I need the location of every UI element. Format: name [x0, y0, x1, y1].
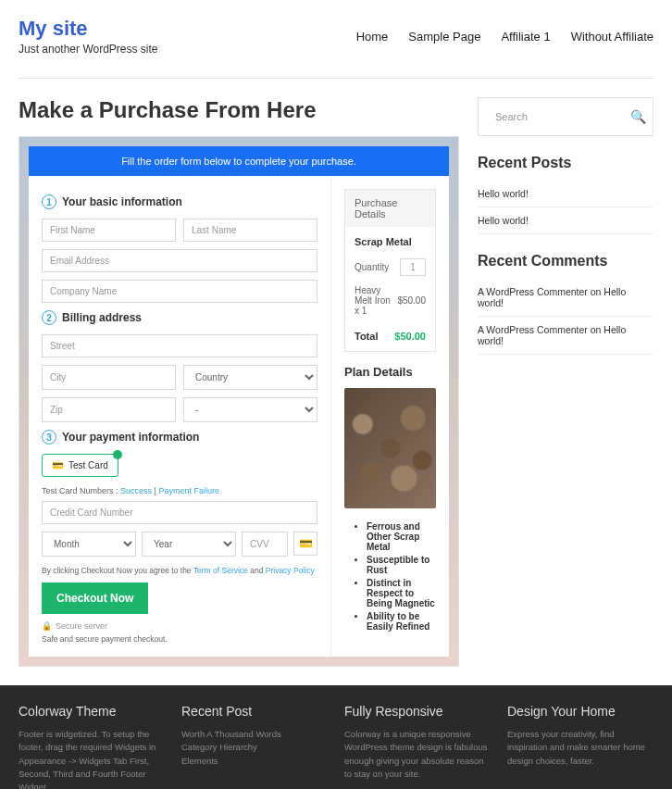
main-content: Make a Purchase From Here Fill the order…	[19, 97, 459, 667]
purchase-details-box: Purchase Details Scrap Metal Quantity He…	[344, 189, 436, 352]
recent-comment-link[interactable]: A WordPress Commenter on Hello world!	[478, 286, 626, 308]
plan-bullet: Susceptible to Rust	[367, 555, 436, 575]
total-amount: $50.00	[394, 331, 426, 342]
last-name-input[interactable]	[183, 219, 317, 242]
line-item-price: $50.00	[397, 295, 426, 306]
street-input[interactable]	[42, 334, 317, 357]
nav-home[interactable]: Home	[356, 30, 389, 44]
nav-without-affiliate[interactable]: Without Affiliate	[571, 30, 653, 44]
footer-col-4: Design Your Home Express your creativity…	[507, 704, 653, 789]
footer-col-1: Colorway Theme Footer is widgetized. To …	[19, 704, 165, 789]
section-basic-info: 1Your basic information	[42, 194, 317, 209]
section-billing: 2Billing address	[42, 310, 317, 325]
tcn-failure-link[interactable]: Payment Failure	[158, 486, 219, 495]
lock-icon: 🔒	[42, 621, 52, 631]
search-box: 🔍	[478, 97, 653, 136]
cc-month-select[interactable]: Month	[42, 532, 136, 557]
test-card-badge[interactable]: 💳 Test Card	[42, 454, 118, 477]
tcn-success-link[interactable]: Success	[120, 486, 152, 495]
total-label: Total	[355, 331, 378, 342]
card-icon: 💳	[52, 460, 63, 470]
banner: Fill the order form below to complete yo…	[29, 146, 449, 176]
state-select[interactable]: -	[183, 397, 317, 422]
form-left: 1Your basic information 2Billing address…	[29, 176, 331, 657]
form-right: Purchase Details Scrap Metal Quantity He…	[331, 176, 449, 657]
cc-year-select[interactable]: Year	[142, 532, 236, 557]
nav: Home Sample Page Affiliate 1 Without Aff…	[356, 30, 653, 44]
recent-comments-header: Recent Comments	[478, 253, 653, 269]
country-select[interactable]: Country	[183, 365, 317, 390]
plan-image	[344, 388, 436, 508]
site-title[interactable]: My site	[19, 17, 158, 41]
header: My site Just another WordPress site Home…	[0, 0, 672, 69]
quantity-input[interactable]	[400, 258, 426, 276]
nav-affiliate-1[interactable]: Affiliate 1	[501, 30, 550, 44]
test-card-numbers: Test Card Numbers : Success | Payment Fa…	[42, 486, 317, 495]
zip-input[interactable]	[42, 397, 176, 422]
qty-label: Quantity	[355, 262, 389, 272]
checkout-button[interactable]: Checkout Now	[42, 582, 148, 614]
plan-bullet: Ferrous and Other Scrap Metal	[367, 521, 436, 552]
line-item-name: Heavy Melt Iron x 1	[355, 285, 397, 316]
purchase-form-container: Fill the order form below to complete yo…	[19, 136, 459, 667]
recent-comment-link[interactable]: A WordPress Commenter on Hello world!	[478, 324, 626, 346]
section-payment: 3Your payment information	[42, 430, 317, 445]
search-input[interactable]	[488, 106, 630, 128]
search-icon[interactable]: 🔍	[630, 109, 646, 124]
recent-post-link[interactable]: Hello world!	[478, 188, 529, 199]
safe-text: Safe and secure payment checkout.	[42, 634, 317, 644]
tagline: Just another WordPress site	[19, 43, 158, 56]
purchase-details-header: Purchase Details	[345, 190, 435, 227]
product-name: Scrap Metal	[355, 236, 426, 247]
plan-details-header: Plan Details	[344, 365, 436, 379]
plan-bullet: Ability to be Easily Refined	[367, 611, 436, 632]
footer: Colorway Theme Footer is widgetized. To …	[0, 685, 672, 789]
email-input[interactable]	[42, 249, 317, 272]
page-title: Make a Purchase From Here	[19, 97, 459, 123]
recent-posts-header: Recent Posts	[478, 155, 653, 171]
cc-number-input[interactable]	[42, 501, 317, 524]
sidebar: 🔍 Recent Posts Hello world! Hello world!…	[478, 97, 653, 667]
city-input[interactable]	[42, 365, 176, 390]
pp-link[interactable]: Privacy Policy	[266, 566, 315, 575]
terms-text: By clicking Checkout Now you agree to th…	[42, 566, 317, 575]
plan-bullet: Distinct in Respect to Being Magnetic	[367, 578, 436, 608]
secure-server: 🔒Secure server	[42, 621, 317, 631]
recent-post-link[interactable]: Hello world!	[478, 215, 529, 226]
footer-col-3: Fully Responsive Colorway is a unique re…	[344, 704, 491, 789]
plan-bullets: Ferrous and Other Scrap Metal Susceptibl…	[344, 521, 436, 632]
tos-link[interactable]: Term of Service	[193, 566, 248, 575]
nav-sample-page[interactable]: Sample Page	[408, 30, 480, 44]
company-input[interactable]	[42, 280, 317, 303]
cvv-input[interactable]	[242, 532, 288, 557]
first-name-input[interactable]	[42, 219, 176, 242]
footer-col-2: Recent Post Worth A Thousand Words Categ…	[181, 704, 328, 789]
credit-card-icon: 💳	[293, 532, 317, 556]
